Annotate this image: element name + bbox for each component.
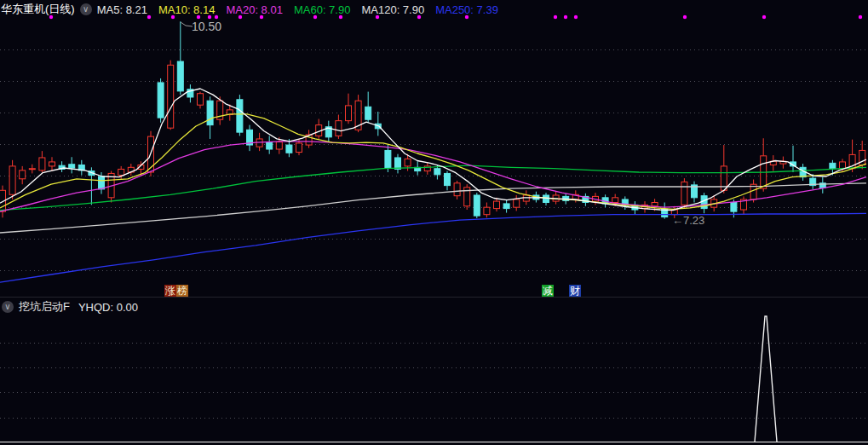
chart-header: 华东重机(日线) ∨ MA5: 8.21 MA10: 8.14 MA20: 8.… [0, 0, 868, 19]
stock-title: 华东重机(日线) [1, 2, 75, 17]
ma120-label: MA120: 7.90 [361, 3, 424, 16]
indicator-name: 挖坑启动F [19, 299, 70, 315]
panel-divider [0, 297, 868, 298]
ma20-label: MA20: 8.01 [226, 3, 283, 16]
chevron-down-icon[interactable]: ∨ [2, 301, 14, 313]
chart-canvas[interactable] [0, 0, 868, 445]
ma5-label: MA5: 8.21 [97, 3, 147, 16]
marker-jian[interactable]: 减 [542, 285, 554, 298]
ma60-label: MA60: 7.90 [294, 3, 351, 16]
low-price-label: ←7.23 [672, 214, 704, 227]
rank-tag-bang[interactable]: 榜 [176, 285, 188, 298]
trading-app: 华东重机(日线) ∨ MA5: 8.21 MA10: 8.14 MA20: 8.… [0, 0, 868, 445]
high-price-label: 10.50 [192, 20, 221, 33]
marker-cai[interactable]: 财 [569, 285, 581, 298]
indicator-value: YHQD: 0.00 [78, 301, 138, 314]
ma10-label: MA10: 8.14 [158, 3, 216, 16]
ma250-label: MA250: 7.39 [435, 3, 498, 16]
rank-tag-zhang[interactable]: 涨 [164, 285, 176, 298]
indicator-header: ∨ 挖坑启动F YHQD: 0.00 [2, 299, 138, 315]
chevron-down-icon[interactable]: ∨ [80, 3, 92, 15]
